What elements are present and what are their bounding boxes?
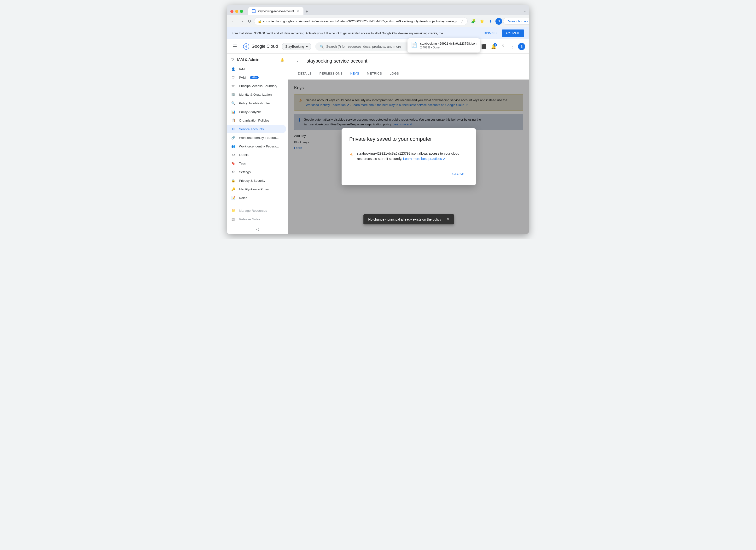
search-icon: 🔍 (320, 45, 324, 48)
page-header: ← staybooking-service-account (288, 54, 529, 68)
top-nav-actions: ⬛ 🔔 2 ? ⋮ S (480, 42, 525, 51)
service-accounts-icon: ⚙ (231, 127, 236, 131)
sidebar-label-roles: Roles (239, 196, 247, 200)
tab-close-button[interactable]: × (296, 9, 300, 13)
sidebar-label-manage-resources: Manage Resources (239, 209, 267, 212)
project-selector[interactable]: StayBooking ▾ (282, 43, 311, 50)
snackbar-close-button[interactable]: × (447, 217, 449, 222)
sidebar-collapse-button[interactable]: ◁ (227, 224, 288, 234)
browser-tab[interactable]: staybooking-service-account × (248, 7, 303, 15)
project-name: StayBooking (285, 45, 304, 48)
browser-titlebar: staybooking-service-account × + ⌵ (227, 5, 529, 15)
download-button[interactable]: ⬇ (487, 18, 494, 25)
more-options-button[interactable]: ⋮ (508, 42, 517, 51)
sidebar-label-organization-policies: Organization Policies (239, 119, 269, 122)
sidebar-item-service-accounts[interactable]: ⚙ Service Accounts (227, 125, 286, 133)
dialog-close-button[interactable]: CLOSE (448, 170, 468, 178)
maximize-window-button[interactable] (240, 10, 243, 13)
new-tab-button[interactable]: + (303, 8, 310, 15)
activate-button[interactable]: ACTIVATE (502, 29, 524, 37)
window-menu-button[interactable]: ⌵ (524, 9, 526, 13)
extensions-button[interactable]: 🧩 (470, 18, 477, 25)
close-window-button[interactable] (230, 10, 233, 13)
tab-metrics[interactable]: METRICS (363, 68, 386, 79)
sidebar-item-identity-organization[interactable]: 🏢 Identity & Organization (227, 90, 286, 99)
sidebar-item-pam[interactable]: 🛡 PAM NEW (227, 73, 286, 82)
snackbar-text: No change - principal already exists on … (368, 217, 441, 221)
sidebar-item-release-notes[interactable]: 📰 Release Notes (227, 215, 286, 223)
roles-icon: 📝 (231, 196, 236, 200)
sidebar-item-organization-policies[interactable]: 📋 Organization Policies (227, 116, 286, 125)
snackbar: No change - principal already exists on … (363, 214, 454, 224)
policy-troubleshooter-icon: 🔍 (231, 101, 236, 105)
tab-details[interactable]: DETAILS (294, 68, 315, 79)
sidebar-nav: 👤 IAM 🛡 PAM NEW 👁 Principal Access Bound… (227, 64, 288, 224)
forward-button[interactable]: → (238, 18, 245, 25)
sidebar-item-tags[interactable]: 🔖 Tags (227, 159, 286, 168)
notification-area: 🔔 2 (489, 42, 498, 51)
top-nav: ☰ Google Cloud StayBooking ▾ 🔍 Search (/… (227, 39, 529, 54)
dialog-body: ⚠ staybooking-429921-dc8a6a123798.json a… (349, 148, 468, 164)
download-tooltip: 📄 staybooking-429921-dc8a6a123798.json 2… (407, 38, 480, 53)
sidebar-item-workforce-identity[interactable]: 👥 Workforce Identity Federa... (227, 142, 286, 151)
cloud-shell-button[interactable]: ⬛ (480, 42, 488, 51)
sidebar-item-identity-aware-proxy[interactable]: 🔑 Identity-Aware Proxy (227, 185, 286, 193)
google-cloud-logo[interactable]: Google Cloud (243, 43, 278, 50)
tab-logs[interactable]: LOGS (386, 68, 403, 79)
tags-icon: 🔖 (231, 161, 236, 165)
sidebar-label-workload-identity: Workload Identity Federat... (239, 136, 279, 140)
collapse-icon: ◁ (256, 227, 259, 231)
learn-best-practices-link[interactable]: Learn more best practices ↗ (403, 157, 446, 161)
sidebar-label-policy-troubleshooter: Policy Troubleshooter (239, 101, 270, 105)
dismiss-button[interactable]: DISMISS (481, 30, 499, 36)
address-bar[interactable]: 🔒 console.cloud.google.com/iam-admin/ser… (254, 17, 468, 25)
page-content: Keys ⚠ Service account keys could pose a… (288, 80, 529, 234)
refresh-button[interactable]: ↻ (247, 18, 252, 25)
org-policies-icon: 📋 (231, 118, 236, 122)
star-icon[interactable]: ☆ (461, 19, 464, 23)
sidebar-label-identity-organization: Identity & Organization (239, 93, 272, 96)
release-notes-icon: 📰 (231, 217, 236, 221)
relaunch-label: Relaunch to update (507, 19, 529, 23)
sidebar-item-policy-troubleshooter[interactable]: 🔍 Policy Troubleshooter (227, 99, 286, 107)
sidebar-label-tags: Tags (239, 162, 246, 165)
tab-keys[interactable]: KEYS (346, 68, 363, 79)
back-to-list-button[interactable]: ← (294, 57, 303, 65)
back-button[interactable]: ← (230, 18, 237, 25)
sidebar-item-manage-resources[interactable]: 📁 Manage Resources (227, 206, 286, 215)
sidebar-item-workload-identity[interactable]: 🔗 Workload Identity Federat... (227, 133, 286, 142)
profile-button[interactable]: S (518, 43, 525, 50)
google-cloud-icon (243, 43, 250, 50)
sidebar-item-labels[interactable]: 🏷 Labels (227, 151, 286, 159)
sidebar-label-settings: Settings (239, 170, 251, 174)
sidebar-item-privacy-security[interactable]: 🔒 Privacy & Security (227, 176, 286, 185)
notifications-button[interactable]: 🔔 (489, 42, 498, 51)
sidebar-item-policy-analyzer[interactable]: 📊 Policy Analyzer (227, 107, 286, 116)
sidebar-item-principal-access-boundary[interactable]: 👁 Principal Access Boundary (227, 82, 286, 90)
tab-permissions[interactable]: PERMISSIONS (315, 68, 346, 79)
sidebar-header: 🛡 IAM & Admin 🔔 (227, 54, 288, 64)
relaunch-button[interactable]: Relaunch to update ⋮ (503, 18, 529, 25)
workload-identity-icon: 🔗 (231, 136, 236, 140)
dialog-warning-icon: ⚠ (349, 151, 354, 158)
workforce-identity-icon: 👥 (231, 144, 236, 148)
main-content: ← staybooking-service-account DETAILS PE… (288, 54, 529, 234)
pam-icon: 🛡 (231, 76, 236, 79)
sidebar-notification-button[interactable]: 🔔 (280, 58, 284, 62)
sidebar-item-iam[interactable]: 👤 IAM (227, 65, 286, 73)
bookmark-button[interactable]: ⭐ (478, 18, 486, 25)
modal-overlay[interactable]: Private key saved to your computer ⚠ sta… (288, 80, 529, 234)
identity-org-icon: 🏢 (231, 93, 236, 96)
help-button[interactable]: ? (499, 42, 507, 51)
sidebar-label-principal-access-boundary: Principal Access Boundary (239, 84, 277, 88)
sidebar-item-roles[interactable]: 📝 Roles (227, 193, 286, 202)
policy-analyzer-icon: 📊 (231, 110, 236, 114)
sidebar-label-release-notes: Release Notes (239, 217, 260, 221)
minimize-window-button[interactable] (235, 10, 238, 13)
hamburger-menu-button[interactable]: ☰ (231, 42, 239, 51)
privacy-security-icon: 🔒 (231, 179, 236, 182)
browser-controls: ← → ↻ 🔒 console.cloud.google.com/iam-adm… (227, 15, 529, 27)
sidebar-item-settings[interactable]: ⚙ Settings (227, 168, 286, 176)
sidebar-label-workforce-identity: Workforce Identity Federa... (239, 145, 279, 148)
profile-icon-small[interactable]: S (495, 18, 502, 25)
